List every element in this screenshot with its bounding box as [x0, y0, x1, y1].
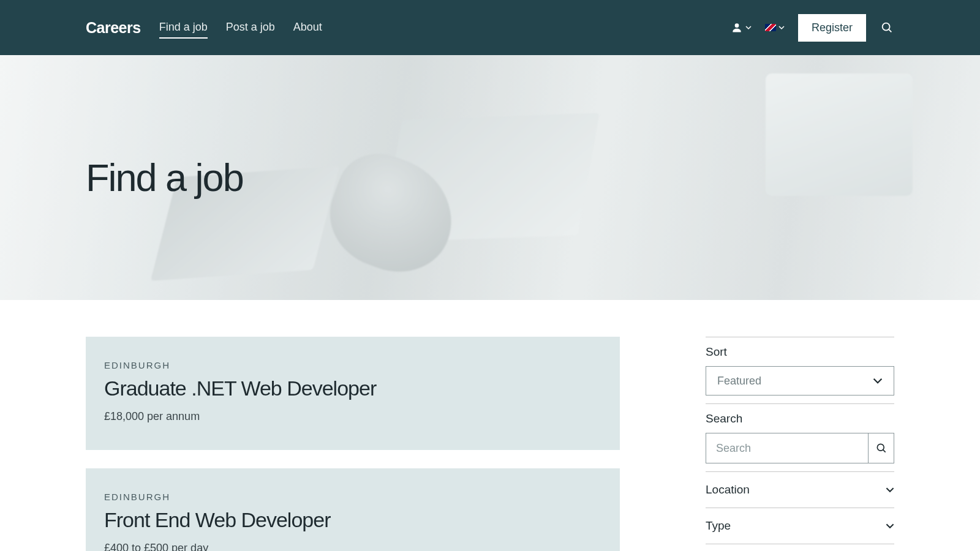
chevron-down-icon — [886, 485, 894, 494]
sort-label: Sort — [706, 345, 894, 359]
sort-select[interactable]: Featured — [706, 366, 894, 395]
svg-point-0 — [735, 23, 739, 28]
primary-nav: Find a job Post a job About — [159, 17, 322, 39]
filter-group: Filter — [706, 544, 894, 551]
header-actions: Register — [731, 14, 894, 42]
chevron-down-icon — [886, 522, 894, 530]
search-icon — [880, 21, 894, 34]
filters-sidebar: Sort Featured Search Location — [706, 337, 894, 551]
search-input[interactable] — [706, 433, 869, 463]
language-selector[interactable] — [765, 24, 785, 31]
job-location: EDINBURGH — [104, 492, 601, 502]
brand-logo[interactable]: Careers — [86, 19, 141, 37]
search-submit-button[interactable] — [869, 433, 894, 463]
job-title: Graduate .NET Web Developer — [104, 377, 601, 400]
search-group: Search — [706, 403, 894, 471]
nav-about[interactable]: About — [293, 17, 322, 39]
search-label: Search — [706, 412, 894, 425]
location-accordion[interactable]: Location — [706, 480, 894, 500]
chevron-down-icon — [745, 24, 752, 31]
user-menu[interactable] — [731, 21, 752, 34]
uk-flag-icon — [765, 24, 776, 31]
search-icon — [875, 442, 888, 454]
sort-selected-value: Featured — [717, 375, 761, 388]
type-filter: Type — [706, 508, 894, 544]
svg-line-4 — [883, 450, 885, 452]
svg-point-3 — [877, 444, 884, 451]
page-title: Find a job — [86, 156, 243, 200]
chevron-down-icon — [778, 24, 785, 31]
svg-point-1 — [883, 23, 890, 31]
job-location: EDINBURGH — [104, 360, 601, 370]
job-salary: £400 to £500 per day — [104, 542, 601, 551]
job-card[interactable]: EDINBURGH Front End Web Developer £400 t… — [86, 468, 620, 551]
main-content: EDINBURGH Graduate .NET Web Developer £1… — [0, 300, 980, 551]
main-header: Careers Find a job Post a job About Regi… — [0, 0, 980, 55]
user-icon — [731, 21, 743, 34]
job-title: Front End Web Developer — [104, 508, 601, 532]
job-card[interactable]: EDINBURGH Graduate .NET Web Developer £1… — [86, 337, 620, 450]
job-salary: £18,000 per annum — [104, 410, 601, 423]
accordion-title: Type — [706, 519, 731, 533]
job-listings: EDINBURGH Graduate .NET Web Developer £1… — [86, 337, 620, 551]
location-filter: Location — [706, 471, 894, 508]
register-button[interactable]: Register — [798, 14, 866, 42]
svg-line-2 — [889, 29, 891, 32]
type-accordion[interactable]: Type — [706, 516, 894, 536]
nav-find-job[interactable]: Find a job — [159, 17, 208, 39]
accordion-title: Location — [706, 483, 750, 497]
nav-post-job[interactable]: Post a job — [226, 17, 275, 39]
sort-group: Sort Featured — [706, 337, 894, 403]
chevron-down-icon — [873, 376, 883, 386]
header-search-button[interactable] — [880, 20, 894, 35]
hero-banner: Find a job — [0, 55, 980, 300]
